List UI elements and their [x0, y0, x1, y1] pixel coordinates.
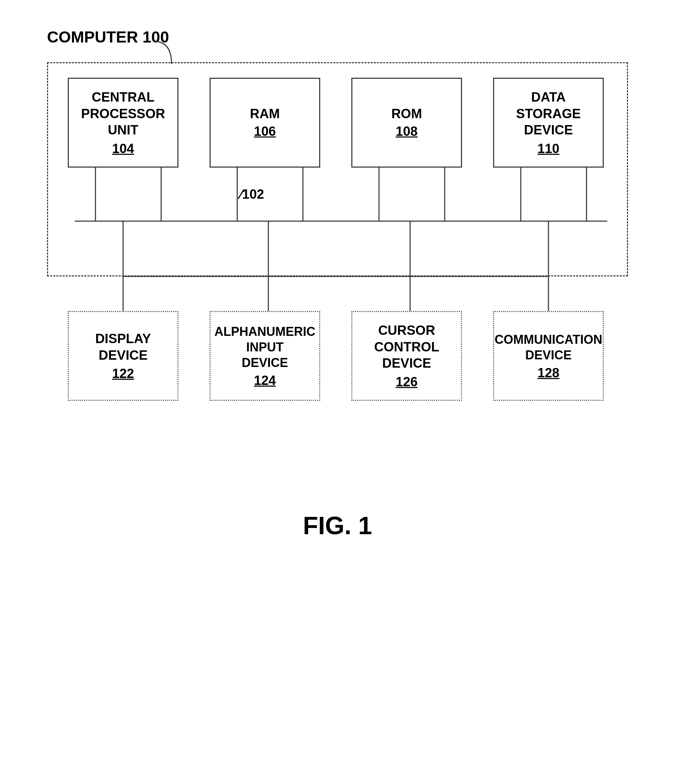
display-device-box: DISPLAYDEVICE 122: [68, 311, 178, 401]
datastorage-label: DATASTORAGEDEVICE: [516, 89, 581, 138]
cursor-number: 126: [396, 375, 418, 389]
communication-device-box: COMMUNICATIONDEVICE 128: [493, 311, 604, 401]
diagram-wrapper: COMPUTER 100 CENTRALPROCESSORUNIT 104 RA…: [26, 28, 649, 442]
alphanumeric-number: 124: [254, 373, 276, 388]
alphanumeric-label: ALPHANUMERICINPUTDEVICE: [214, 324, 315, 370]
alphanumeric-device-box: ALPHANUMERICINPUTDEVICE 124: [210, 311, 320, 401]
rom-box: ROM 108: [351, 78, 462, 168]
cursor-device-box: CURSORCONTROLDEVICE 126: [351, 311, 462, 401]
fig-label: FIG. 1: [303, 512, 372, 540]
communication-label: COMMUNICATIONDEVICE: [494, 332, 602, 363]
rom-label: ROM: [391, 106, 422, 121]
datastorage-number: 110: [537, 141, 559, 156]
ram-label: RAM: [250, 106, 280, 121]
cpu-label: CENTRALPROCESSORUNIT: [81, 89, 165, 138]
rom-number: 108: [396, 124, 418, 139]
datastorage-box: DATASTORAGEDEVICE 110: [493, 78, 604, 168]
communication-number: 128: [537, 366, 559, 380]
cursor-label: CURSORCONTROLDEVICE: [374, 322, 439, 372]
cpu-number: 104: [112, 141, 134, 156]
display-label: DISPLAYDEVICE: [95, 331, 151, 364]
display-number: 122: [112, 366, 134, 381]
cpu-box: CENTRALPROCESSORUNIT 104: [68, 78, 178, 168]
ram-number: 106: [254, 124, 276, 139]
ram-box: RAM 106: [210, 78, 320, 168]
